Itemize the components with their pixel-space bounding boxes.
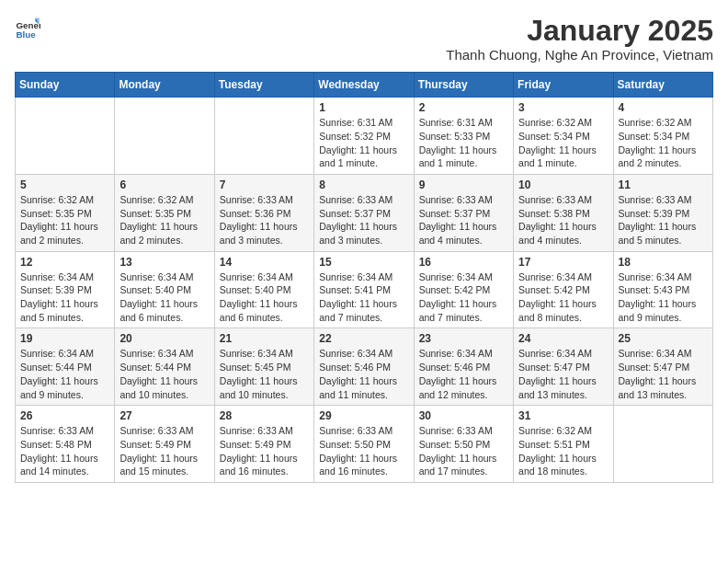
day-cell: 28Sunrise: 6:33 AM Sunset: 5:49 PM Dayli… bbox=[214, 406, 313, 483]
day-info: Sunrise: 6:33 AM Sunset: 5:49 PM Dayligh… bbox=[220, 424, 309, 478]
week-row-5: 26Sunrise: 6:33 AM Sunset: 5:48 PM Dayli… bbox=[16, 406, 713, 483]
day-number: 2 bbox=[419, 101, 508, 114]
day-info: Sunrise: 6:33 AM Sunset: 5:38 PM Dayligh… bbox=[518, 193, 608, 247]
day-number: 10 bbox=[518, 178, 608, 191]
day-info: Sunrise: 6:34 AM Sunset: 5:44 PM Dayligh… bbox=[119, 347, 209, 401]
day-cell: 19Sunrise: 6:34 AM Sunset: 5:44 PM Dayli… bbox=[16, 328, 115, 406]
day-number: 3 bbox=[518, 101, 608, 114]
day-number: 12 bbox=[20, 256, 109, 269]
day-info: Sunrise: 6:31 AM Sunset: 5:32 PM Dayligh… bbox=[319, 116, 408, 170]
day-number: 27 bbox=[119, 409, 209, 422]
day-info: Sunrise: 6:34 AM Sunset: 5:46 PM Dayligh… bbox=[419, 347, 508, 401]
day-cell: 29Sunrise: 6:33 AM Sunset: 5:50 PM Dayli… bbox=[314, 406, 414, 483]
day-info: Sunrise: 6:33 AM Sunset: 5:50 PM Dayligh… bbox=[419, 424, 508, 478]
day-number: 17 bbox=[518, 256, 608, 269]
weekday-header-monday: Monday bbox=[115, 73, 214, 98]
weekday-header-saturday: Saturday bbox=[613, 73, 712, 98]
day-info: Sunrise: 6:34 AM Sunset: 5:42 PM Dayligh… bbox=[419, 270, 508, 325]
day-cell: 10Sunrise: 6:33 AM Sunset: 5:38 PM Dayli… bbox=[514, 174, 613, 251]
day-info: Sunrise: 6:32 AM Sunset: 5:35 PM Dayligh… bbox=[20, 193, 109, 247]
day-info: Sunrise: 6:34 AM Sunset: 5:47 PM Dayligh… bbox=[518, 347, 608, 401]
day-cell: 26Sunrise: 6:33 AM Sunset: 5:48 PM Dayli… bbox=[16, 406, 115, 483]
day-info: Sunrise: 6:33 AM Sunset: 5:48 PM Dayligh… bbox=[20, 424, 109, 478]
week-row-2: 5Sunrise: 6:32 AM Sunset: 5:35 PM Daylig… bbox=[16, 174, 713, 251]
calendar-table: SundayMondayTuesdayWednesdayThursdayFrid… bbox=[15, 72, 713, 483]
day-cell bbox=[214, 98, 313, 175]
day-info: Sunrise: 6:31 AM Sunset: 5:33 PM Dayligh… bbox=[419, 116, 508, 170]
day-number: 5 bbox=[20, 178, 109, 191]
day-number: 28 bbox=[220, 409, 309, 422]
day-info: Sunrise: 6:34 AM Sunset: 5:41 PM Dayligh… bbox=[319, 270, 408, 325]
week-row-3: 12Sunrise: 6:34 AM Sunset: 5:39 PM Dayli… bbox=[16, 251, 713, 328]
weekday-header-sunday: Sunday bbox=[16, 73, 115, 98]
title-section: January 2025 Thanh Chuong, Nghe An Provi… bbox=[446, 15, 713, 63]
logo: General Blue bbox=[15, 15, 40, 40]
day-cell bbox=[16, 98, 115, 175]
day-cell: 15Sunrise: 6:34 AM Sunset: 5:41 PM Dayli… bbox=[314, 251, 414, 328]
day-info: Sunrise: 6:33 AM Sunset: 5:39 PM Dayligh… bbox=[619, 193, 708, 247]
day-number: 23 bbox=[419, 332, 508, 345]
day-info: Sunrise: 6:32 AM Sunset: 5:35 PM Dayligh… bbox=[119, 193, 209, 247]
day-number: 30 bbox=[419, 409, 508, 422]
day-number: 8 bbox=[319, 178, 408, 191]
day-cell: 9Sunrise: 6:33 AM Sunset: 5:37 PM Daylig… bbox=[414, 174, 513, 251]
day-cell bbox=[613, 406, 712, 483]
day-info: Sunrise: 6:34 AM Sunset: 5:43 PM Dayligh… bbox=[619, 270, 708, 325]
day-number: 7 bbox=[220, 178, 309, 191]
week-row-4: 19Sunrise: 6:34 AM Sunset: 5:44 PM Dayli… bbox=[16, 328, 713, 406]
day-cell: 25Sunrise: 6:34 AM Sunset: 5:47 PM Dayli… bbox=[613, 328, 712, 406]
day-info: Sunrise: 6:34 AM Sunset: 5:44 PM Dayligh… bbox=[20, 347, 109, 401]
day-info: Sunrise: 6:33 AM Sunset: 5:37 PM Dayligh… bbox=[419, 193, 508, 247]
day-info: Sunrise: 6:33 AM Sunset: 5:36 PM Dayligh… bbox=[220, 193, 309, 247]
day-cell: 12Sunrise: 6:34 AM Sunset: 5:39 PM Dayli… bbox=[16, 251, 115, 328]
day-cell: 2Sunrise: 6:31 AM Sunset: 5:33 PM Daylig… bbox=[414, 98, 513, 175]
day-cell: 4Sunrise: 6:32 AM Sunset: 5:34 PM Daylig… bbox=[613, 98, 712, 175]
day-number: 25 bbox=[619, 332, 708, 345]
weekday-header-wednesday: Wednesday bbox=[314, 73, 414, 98]
weekday-header-friday: Friday bbox=[514, 73, 613, 98]
day-number: 15 bbox=[319, 256, 408, 269]
day-number: 24 bbox=[518, 332, 608, 345]
logo-icon: General Blue bbox=[15, 15, 40, 40]
day-info: Sunrise: 6:33 AM Sunset: 5:50 PM Dayligh… bbox=[319, 424, 408, 478]
day-cell: 5Sunrise: 6:32 AM Sunset: 5:35 PM Daylig… bbox=[16, 174, 115, 251]
day-info: Sunrise: 6:32 AM Sunset: 5:34 PM Dayligh… bbox=[619, 116, 708, 170]
week-row-1: 1Sunrise: 6:31 AM Sunset: 5:32 PM Daylig… bbox=[16, 98, 713, 175]
day-info: Sunrise: 6:32 AM Sunset: 5:51 PM Dayligh… bbox=[518, 424, 608, 478]
day-info: Sunrise: 6:34 AM Sunset: 5:39 PM Dayligh… bbox=[20, 270, 109, 325]
day-cell: 31Sunrise: 6:32 AM Sunset: 5:51 PM Dayli… bbox=[514, 406, 613, 483]
day-cell: 6Sunrise: 6:32 AM Sunset: 5:35 PM Daylig… bbox=[115, 174, 214, 251]
day-info: Sunrise: 6:34 AM Sunset: 5:47 PM Dayligh… bbox=[619, 347, 708, 401]
weekday-header-row: SundayMondayTuesdayWednesdayThursdayFrid… bbox=[16, 73, 713, 98]
day-cell: 24Sunrise: 6:34 AM Sunset: 5:47 PM Dayli… bbox=[514, 328, 613, 406]
day-cell: 11Sunrise: 6:33 AM Sunset: 5:39 PM Dayli… bbox=[613, 174, 712, 251]
day-cell: 16Sunrise: 6:34 AM Sunset: 5:42 PM Dayli… bbox=[414, 251, 513, 328]
day-number: 9 bbox=[419, 178, 508, 191]
day-info: Sunrise: 6:34 AM Sunset: 5:45 PM Dayligh… bbox=[220, 347, 309, 401]
day-info: Sunrise: 6:34 AM Sunset: 5:42 PM Dayligh… bbox=[518, 270, 608, 325]
day-number: 19 bbox=[20, 332, 109, 345]
day-number: 16 bbox=[419, 256, 508, 269]
day-number: 22 bbox=[319, 332, 408, 345]
day-cell: 3Sunrise: 6:32 AM Sunset: 5:34 PM Daylig… bbox=[514, 98, 613, 175]
day-cell: 14Sunrise: 6:34 AM Sunset: 5:40 PM Dayli… bbox=[214, 251, 313, 328]
day-cell: 13Sunrise: 6:34 AM Sunset: 5:40 PM Dayli… bbox=[115, 251, 214, 328]
svg-text:Blue: Blue bbox=[16, 29, 36, 40]
day-cell: 27Sunrise: 6:33 AM Sunset: 5:49 PM Dayli… bbox=[115, 406, 214, 483]
day-cell: 21Sunrise: 6:34 AM Sunset: 5:45 PM Dayli… bbox=[214, 328, 313, 406]
weekday-header-thursday: Thursday bbox=[414, 73, 513, 98]
day-cell: 7Sunrise: 6:33 AM Sunset: 5:36 PM Daylig… bbox=[214, 174, 313, 251]
day-cell: 17Sunrise: 6:34 AM Sunset: 5:42 PM Dayli… bbox=[514, 251, 613, 328]
day-info: Sunrise: 6:33 AM Sunset: 5:37 PM Dayligh… bbox=[319, 193, 408, 247]
day-cell: 20Sunrise: 6:34 AM Sunset: 5:44 PM Dayli… bbox=[115, 328, 214, 406]
calendar-subtitle: Thanh Chuong, Nghe An Province, Vietnam bbox=[446, 47, 713, 63]
day-cell: 18Sunrise: 6:34 AM Sunset: 5:43 PM Dayli… bbox=[613, 251, 712, 328]
day-number: 6 bbox=[119, 178, 209, 191]
page-header: General Blue January 2025 Thanh Chuong, … bbox=[15, 15, 713, 63]
day-cell: 30Sunrise: 6:33 AM Sunset: 5:50 PM Dayli… bbox=[414, 406, 513, 483]
day-number: 11 bbox=[619, 178, 708, 191]
day-info: Sunrise: 6:34 AM Sunset: 5:46 PM Dayligh… bbox=[319, 347, 408, 401]
day-number: 13 bbox=[119, 256, 209, 269]
day-cell: 22Sunrise: 6:34 AM Sunset: 5:46 PM Dayli… bbox=[314, 328, 414, 406]
day-cell bbox=[115, 98, 214, 175]
